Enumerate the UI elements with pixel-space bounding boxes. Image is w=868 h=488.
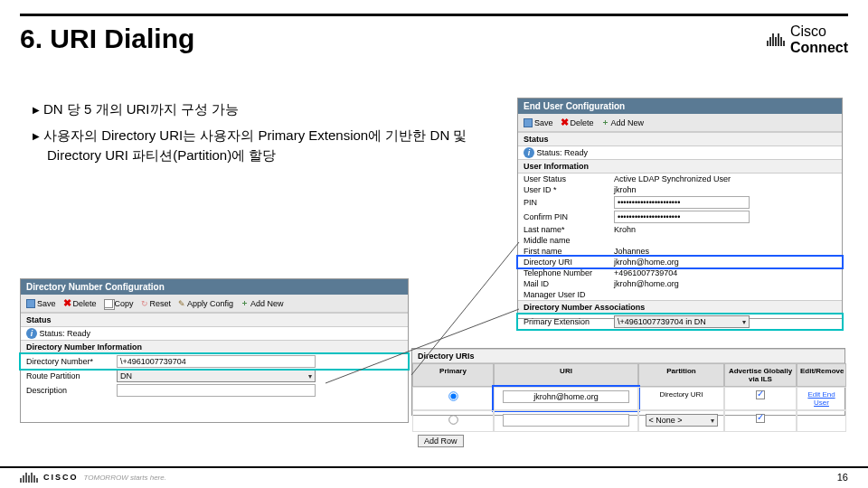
lbl-user-id: User ID *	[524, 185, 614, 194]
save-button[interactable]: Save	[524, 118, 553, 127]
cell-primary-radio[interactable]	[412, 387, 494, 410]
lbl-mail-id: Mail ID	[524, 279, 614, 288]
panel-header: End User Configuration	[518, 99, 842, 114]
triangle-icon: ▶	[33, 105, 40, 115]
status-text: Status: Ready	[40, 329, 402, 338]
lbl-first-name: First name	[524, 247, 614, 256]
lbl-manager: Manager User ID	[524, 290, 614, 299]
add-new-button[interactable]: ＋Add New	[241, 297, 284, 309]
lbl-directory-uri: Directory URI	[524, 258, 614, 267]
val-user-status: Active LDAP Synchronized User	[614, 174, 836, 183]
status-section: Status	[21, 313, 408, 327]
chk-advertise-2[interactable]	[756, 414, 765, 423]
save-icon	[26, 299, 35, 308]
val-last-name: Krohn	[614, 225, 836, 234]
delete-button[interactable]: ✖Delete	[63, 297, 97, 309]
user-info-section: User Information	[518, 159, 842, 174]
page-number: 16	[837, 472, 848, 483]
input-dn[interactable]: \+4961007739704	[117, 355, 316, 368]
input-pin[interactable]: ••••••••••••••••••••••	[614, 196, 750, 209]
apply-config-button[interactable]: ✎Apply Config	[178, 299, 233, 308]
cell-partition: Directory URI	[638, 387, 724, 410]
input-uri-2[interactable]	[503, 414, 629, 427]
select-route-partition[interactable]: DN	[117, 370, 316, 382]
top-logo: Cisco Connect	[767, 23, 848, 56]
delete-icon: ✖	[63, 297, 71, 309]
reset-icon: ↻	[141, 299, 148, 308]
reset-button[interactable]: ↻Reset	[141, 299, 172, 308]
footer-brand: CISCO	[43, 473, 79, 482]
select-partition-2[interactable]: < None >	[646, 414, 718, 427]
bullet-2: 사용자의 Directory URI는 사용자의 Primary Extensi…	[43, 127, 467, 164]
status-section: Status	[518, 132, 842, 146]
col-primary: Primary	[412, 363, 494, 387]
save-icon	[524, 118, 533, 127]
lbl-confirm-pin: Confirm PIN	[524, 212, 614, 221]
copy-icon	[104, 299, 113, 308]
col-partition: Partition	[638, 363, 724, 387]
delete-icon: ✖	[561, 117, 569, 128]
page-title: 6. URI Dialing	[20, 23, 194, 54]
dir-uris-table: Primary URI Partition Advertise Globally…	[412, 363, 844, 432]
footer: CISCO TOMORROW starts here. 16	[0, 466, 868, 483]
end-user-config-panel: End User Configuration Save ✖Delete ＋Add…	[517, 98, 843, 319]
lbl-primary-ext: Primary Extension	[524, 317, 614, 326]
val-user-id: jkrohn	[614, 185, 836, 194]
lbl-telephone: Telephone Number	[524, 268, 614, 277]
select-primary-ext[interactable]: \+4961007739704 in DN	[614, 315, 750, 328]
cisco-bars-icon	[20, 473, 38, 483]
save-button[interactable]: Save	[26, 299, 56, 308]
footer-tagline: TOMORROW starts here.	[84, 474, 166, 482]
info-icon: i	[26, 328, 37, 339]
add-row-button[interactable]: Add Row	[418, 435, 464, 447]
logo-bars-icon	[767, 33, 785, 46]
val-first-name: Johannes	[614, 247, 836, 256]
col-edit: Edit/Remove	[797, 363, 846, 387]
panel-header: Directory Number Configuration	[21, 279, 408, 295]
cell-primary-radio-2[interactable]	[412, 410, 494, 432]
input-description[interactable]	[117, 384, 316, 397]
panel-toolbar: Save ✖Delete ＋Add New	[518, 114, 842, 132]
chk-advertise-1[interactable]	[756, 390, 765, 399]
dir-uris-section: Directory URIs	[412, 349, 844, 363]
dn-config-panel: Directory Number Configuration Save ✖Del…	[20, 278, 409, 423]
panel-toolbar: Save ✖Delete Copy ↻Reset ✎Apply Config ＋…	[21, 295, 408, 313]
lbl-user-status: User Status	[524, 174, 614, 183]
logo-sub: Connect	[790, 40, 848, 56]
status-text: Status: Ready	[537, 148, 836, 157]
lbl-middle-name: Middle name	[524, 236, 614, 245]
val-telephone: +4961007739704	[614, 268, 836, 277]
dn-assoc-section: Directory Number Associations	[518, 300, 842, 314]
col-advertise: Advertise Globally via ILS	[724, 363, 797, 387]
input-confirm-pin[interactable]: ••••••••••••••••••••••	[614, 211, 750, 223]
plus-icon: ＋	[241, 297, 249, 309]
add-new-button[interactable]: ＋Add New	[601, 117, 645, 128]
lbl-pin: PIN	[524, 198, 614, 207]
lbl-last-name: Last name*	[524, 225, 614, 234]
plus-icon: ＋	[601, 117, 609, 128]
val-directory-uri: jkrohn@home.org	[614, 258, 836, 267]
input-uri[interactable]: jkrohn@home.org	[503, 390, 629, 403]
lbl-route-partition: Route Partition	[26, 371, 117, 380]
bullet-1: DN 당 5 개의 URI까지 구성 가능	[43, 101, 239, 117]
copy-button[interactable]: Copy	[104, 299, 134, 308]
bullet-list: ▶DN 당 5 개의 URI까지 구성 가능 ▶사용자의 Directory U…	[33, 99, 485, 172]
logo-brand: Cisco	[790, 23, 848, 40]
directory-uris-panel: Directory URIs Primary URI Partition Adv…	[411, 348, 845, 416]
delete-button[interactable]: ✖Delete	[561, 117, 594, 128]
info-icon: i	[524, 147, 534, 158]
col-uri: URI	[494, 363, 638, 387]
dn-info-section: Directory Number Information	[21, 340, 408, 354]
lbl-description: Description	[26, 386, 117, 395]
edit-end-user-link[interactable]: Edit End User	[807, 390, 835, 407]
lbl-dn: Directory Number*	[26, 357, 117, 366]
apply-icon: ✎	[178, 299, 185, 308]
triangle-icon: ▶	[33, 131, 40, 141]
val-mail-id: jkrohn@home.org	[614, 279, 836, 288]
